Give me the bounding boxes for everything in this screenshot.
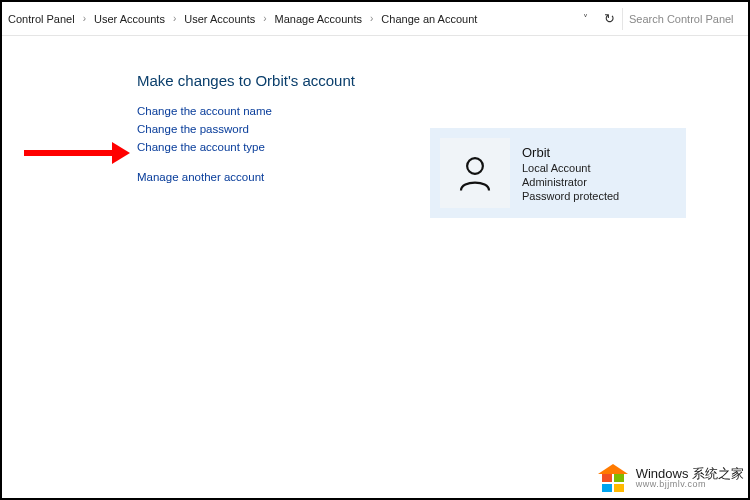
account-role: Administrator [522, 176, 619, 188]
main-content: Make changes to Orbit's account Change t… [2, 36, 748, 183]
page-title: Make changes to Orbit's account [2, 72, 748, 89]
breadcrumb-item-control-panel[interactable]: Control Panel [6, 13, 77, 25]
link-change-account-name[interactable]: Change the account name [137, 105, 748, 117]
window-frame: Control Panel › User Accounts › User Acc… [0, 0, 750, 500]
breadcrumb-item-user-accounts-1[interactable]: User Accounts [92, 13, 167, 25]
account-protection: Password protected [522, 190, 619, 202]
breadcrumb: Control Panel › User Accounts › User Acc… [6, 13, 574, 25]
account-name: Orbit [522, 145, 619, 160]
watermark: Windows 系统之家 www.bjjmlv.com [596, 464, 744, 492]
breadcrumb-item-user-accounts-2[interactable]: User Accounts [182, 13, 257, 25]
avatar [440, 138, 510, 208]
account-details: Orbit Local Account Administrator Passwo… [522, 145, 619, 202]
watermark-url: www.bjjmlv.com [636, 480, 744, 489]
breadcrumb-item-manage-accounts[interactable]: Manage Accounts [273, 13, 364, 25]
account-card[interactable]: Orbit Local Account Administrator Passwo… [430, 128, 686, 218]
search-input[interactable]: Search Control Panel [622, 8, 744, 30]
address-bar: Control Panel › User Accounts › User Acc… [2, 2, 748, 36]
chevron-down-icon[interactable]: ˅ [574, 13, 596, 24]
user-icon [454, 152, 496, 194]
breadcrumb-item-change-account[interactable]: Change an Account [379, 13, 479, 25]
account-type: Local Account [522, 162, 619, 174]
chevron-right-icon: › [366, 13, 377, 24]
svg-point-0 [467, 158, 483, 174]
chevron-right-icon: › [259, 13, 270, 24]
watermark-logo-icon [596, 464, 630, 492]
chevron-right-icon: › [169, 13, 180, 24]
chevron-right-icon: › [79, 13, 90, 24]
refresh-icon[interactable]: ↻ [596, 11, 622, 26]
